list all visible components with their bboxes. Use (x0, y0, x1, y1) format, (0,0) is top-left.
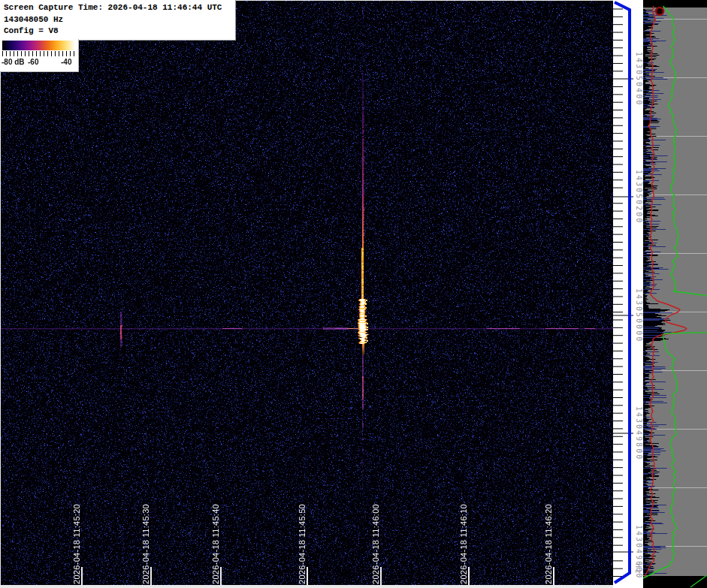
time-axis-label: 2026-04-18 11:45:40 (212, 504, 220, 584)
time-axis-label: 2026-04-18 11:45:20 (73, 504, 81, 584)
time-axis-tick (81, 567, 83, 585)
frequency-axis-label: 143050400 (635, 52, 642, 106)
config-text: Config = V8 (4, 26, 235, 38)
capture-time-text: Screen Capture Time: 2026-04-18 11:46:44… (4, 2, 235, 14)
time-axis-label: 2026-04-18 11:46:10 (460, 504, 468, 584)
frequency-axis-label: 143050000 (635, 288, 642, 342)
time-axis-label: 2026-04-18 11:46:00 (372, 504, 380, 584)
time-axis-tick (150, 567, 152, 585)
waterfall-spectrogram (0, 0, 613, 588)
amplitude-color-gradient (2, 41, 75, 50)
frequency-unit-label: Hz (634, 563, 642, 575)
color-scale-ruler (2, 51, 75, 56)
spectrum-capture-window: 2026-04-18 11:45:202026-04-18 11:45:3020… (0, 0, 707, 588)
time-axis-tick (220, 567, 222, 585)
time-axis-label: 2026-04-18 11:46:20 (545, 504, 553, 584)
center-frequency-text: 143048050 Hz (4, 14, 235, 26)
frequency-axis-label: 143050200 (635, 170, 642, 224)
time-axis-label: 2026-04-18 11:45:50 (298, 504, 307, 584)
capture-info-box: Screen Capture Time: 2026-04-18 11:46:44… (0, 0, 236, 41)
time-axis-label: 2026-04-18 11:45:30 (142, 504, 150, 584)
time-axis-tick (380, 567, 382, 585)
colorbar-label-minus40db: -40 (61, 58, 71, 66)
color-scale-legend: -80 dB -60 -40 (0, 39, 79, 72)
colorbar-label-minus60db: -60 (28, 58, 38, 66)
frequency-axis-label: 143049800 (635, 406, 642, 460)
colorbar-label-minus80db: -80 dB (2, 58, 25, 66)
time-axis-tick (307, 567, 308, 585)
spectrum-graph-panel (643, 0, 707, 588)
time-axis-tick (468, 567, 470, 585)
time-axis-tick (553, 567, 554, 585)
